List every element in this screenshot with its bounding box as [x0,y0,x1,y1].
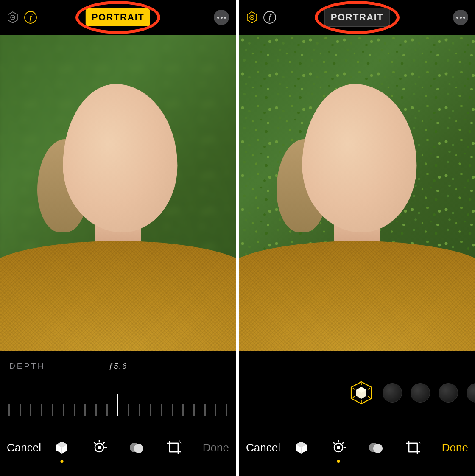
depth-tick [74,404,75,416]
done-button[interactable]: Done [442,441,468,454]
filters-circles-icon [367,439,384,456]
filters-tool-button[interactable] [127,438,146,457]
aperture-f-icon[interactable]: f [262,10,277,25]
done-button[interactable]: Done [203,441,229,454]
depth-tick [84,404,86,416]
depth-tick [150,404,151,416]
live-photo-icon[interactable] [5,10,20,25]
more-button[interactable] [453,10,468,25]
more-icon [456,17,458,19]
bottom-toolbar: Cancel Done [0,428,236,476]
depth-label: DEPTH [9,361,45,371]
lighting-option[interactable] [411,383,430,403]
depth-tick [128,404,129,416]
svg-rect-16 [170,443,178,452]
svg-point-23 [251,17,253,18]
portrait-mode-badge[interactable]: PORTRAIT [86,8,150,26]
adjust-dial-icon [91,439,108,456]
lighting-control-area [239,351,475,428]
svg-line-11 [103,442,104,444]
svg-point-2 [12,17,14,18]
filters-tool-button[interactable] [366,438,385,457]
depth-tick [161,404,162,416]
crop-tool-button[interactable] [404,438,422,457]
live-photo-icon[interactable] [244,10,260,25]
phone-left: f PORTRAIT DEPTH ƒ5.6 . Cancel [0,0,236,476]
crop-rotate-icon [165,439,183,456]
photo-subject [0,35,236,351]
portrait-cube-icon [293,439,310,456]
portrait-cube-icon [53,439,70,456]
adjust-tool-button[interactable] [329,438,348,457]
svg-line-33 [353,396,355,398]
svg-text:f: f [268,13,272,22]
portrait-tool-button[interactable] [53,438,71,457]
depth-tick [63,404,64,416]
depth-value: ƒ5.6 [109,361,128,371]
depth-tick [172,404,173,416]
svg-point-9 [98,446,101,449]
depth-tick [204,404,206,416]
svg-line-43 [333,442,335,444]
svg-text:f: f [29,13,33,22]
filters-circles-icon [128,439,145,456]
active-tool-indicator [61,460,64,463]
phone-right: f PORTRAIT [239,0,475,476]
depth-tick [52,404,53,416]
lighting-option[interactable] [383,383,402,403]
depth-tick [117,394,118,416]
crop-rotate-icon [404,439,422,456]
svg-rect-46 [409,443,417,452]
portrait-tool-button[interactable] [292,438,310,457]
photo-preview[interactable] [239,35,475,351]
depth-control-area: DEPTH ƒ5.6 . [0,351,236,428]
cancel-button[interactable]: Cancel [246,441,280,454]
depth-tick [106,404,108,416]
portrait-mode-badge[interactable]: PORTRAIT [324,8,390,27]
bottom-toolbar: Cancel Done [239,428,475,476]
depth-tick [41,404,42,416]
adjust-tool-button[interactable] [90,438,109,457]
depth-tick [226,404,227,416]
more-icon [217,17,219,19]
svg-point-39 [337,446,340,449]
svg-line-30 [368,388,370,389]
depth-tick [95,404,97,416]
lighting-option[interactable] [467,383,475,403]
svg-line-34 [353,388,355,389]
photo-preview[interactable] [0,35,236,351]
svg-point-15 [134,444,143,453]
crop-tool-button[interactable] [165,438,183,457]
depth-tick [30,404,31,416]
depth-tick [139,404,140,416]
topbar: f PORTRAIT [239,0,475,35]
svg-line-41 [342,442,344,444]
active-tool-indicator [337,460,340,463]
depth-tick [20,404,21,416]
aperture-f-icon[interactable]: f [23,10,38,25]
topbar: f PORTRAIT [0,0,236,35]
more-button[interactable] [214,10,229,25]
adjust-dial-icon [330,439,347,456]
depth-tick [193,404,195,416]
depth-tick [215,404,216,416]
cancel-button[interactable]: Cancel [7,441,41,454]
photo-subject [239,35,475,351]
depth-tick [182,404,184,416]
lighting-option[interactable] [439,383,458,403]
svg-line-31 [368,396,370,398]
depth-slider[interactable] [8,394,227,416]
lighting-selected-frame[interactable] [349,380,374,406]
lighting-cube-icon [349,380,374,406]
depth-tick [8,404,10,416]
lighting-options-row[interactable] [239,380,475,406]
svg-line-13 [94,442,95,444]
svg-point-45 [373,444,383,453]
